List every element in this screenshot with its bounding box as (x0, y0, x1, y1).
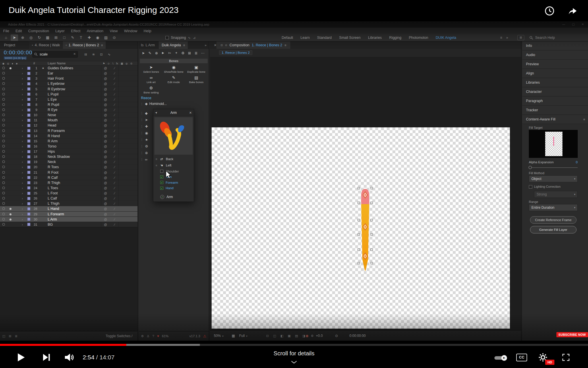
layer-row[interactable]: ›28L Hand@∕ (0, 206, 138, 211)
parent-link-icon[interactable]: ∕ (114, 112, 115, 118)
layer-row[interactable]: ›8R Pupil@∕ (0, 102, 138, 107)
layer-row[interactable]: ›30L Arm@∕ (0, 217, 138, 222)
layer-color-swatch[interactable] (27, 103, 30, 106)
layer-marker-dot[interactable] (9, 119, 11, 121)
layer-color-swatch[interactable] (27, 82, 30, 85)
layer-row[interactable]: ›6L Pupil@∕ (0, 92, 138, 97)
tab-composition[interactable]: ⊡ ⊙ Composition 1. Reece | Bones 2 ≡ (216, 41, 290, 49)
layer-marker-dot[interactable] (9, 83, 11, 85)
layer-color-swatch[interactable] (27, 93, 30, 96)
parent-pickwhip-icon[interactable]: @ (104, 159, 107, 164)
cut-icon[interactable]: ✂ (167, 51, 172, 55)
panel-header-audio[interactable]: Audio (522, 51, 588, 59)
parent-link-icon[interactable]: ∕ (114, 81, 115, 86)
layer-marker-dot[interactable] (9, 177, 11, 179)
grid-icon[interactable]: ⊞ (187, 51, 192, 55)
menu-edit[interactable]: Edit (12, 29, 25, 33)
parent-link-icon[interactable]: ∕ (114, 66, 115, 71)
layer-color-swatch[interactable] (27, 139, 30, 143)
comp-flowchart-icon[interactable]: ⊟ (84, 53, 87, 56)
reset-exposure-icon[interactable]: ◉ (305, 331, 308, 341)
layer-row[interactable]: ›21R Foot@∕ (0, 170, 138, 175)
layer-row[interactable]: ›16Torso@∕ (0, 144, 138, 149)
layer-color-swatch[interactable] (27, 202, 30, 205)
loop-item[interactable]: ⋮∞ (139, 156, 150, 163)
layer-expander-icon[interactable]: › (22, 133, 23, 139)
layer-row[interactable]: ›1★Guides Outlines@∕ (0, 66, 138, 71)
layer-expander-icon[interactable]: › (22, 118, 23, 123)
menu-animation[interactable]: Animation (84, 29, 107, 33)
layer-marker-dot[interactable] (9, 182, 11, 184)
parent-link-icon[interactable]: ∕ (114, 206, 115, 211)
checkbox-row-arm[interactable]: ✓Arm (153, 174, 194, 180)
parent-pickwhip-icon[interactable]: @ (104, 81, 107, 86)
workspace-duik-angela[interactable]: DUIK Angela (432, 36, 460, 40)
layer-visibility-icon[interactable] (2, 98, 5, 101)
parent-link-icon[interactable]: ∕ (114, 128, 115, 133)
zoom-tool-icon[interactable]: ◎ (27, 34, 35, 41)
parent-pickwhip-icon[interactable]: @ (104, 71, 107, 76)
layer-visibility-icon[interactable] (2, 93, 5, 95)
more-icon[interactable]: ⋯ (200, 51, 205, 55)
layer-color-swatch[interactable] (27, 176, 30, 179)
parent-link-icon[interactable]: ∕ (114, 118, 115, 123)
autoplay-toggle[interactable]: ▶ (494, 355, 508, 361)
layer-expander-icon[interactable]: › (22, 159, 23, 164)
layer-marker-dot[interactable] (9, 208, 11, 210)
layer-visibility-icon[interactable] (2, 207, 5, 210)
parent-pickwhip-icon[interactable]: @ (104, 144, 107, 149)
camera-tool-icon[interactable]: ▦ (44, 34, 51, 41)
parent-pickwhip-icon[interactable]: @ (104, 206, 107, 211)
layer-visibility-icon[interactable] (2, 223, 5, 226)
selection-tool-icon[interactable]: ➤ (11, 34, 18, 41)
layer-expander-icon[interactable]: › (22, 81, 23, 86)
type-tool-icon[interactable]: T (77, 34, 85, 41)
duik-zoom-level[interactable]: 61% (162, 334, 169, 338)
workspace-default[interactable]: Default (278, 36, 297, 40)
layer-visibility-icon[interactable] (2, 218, 5, 221)
snapshot-camera-icon[interactable]: ⊙ (335, 331, 338, 341)
puppet-pin-tool-icon[interactable]: ⊙ (111, 34, 118, 41)
create-reference-frame-button[interactable]: Create Reference Frame (530, 216, 577, 224)
parent-pickwhip-icon[interactable]: @ (104, 196, 107, 201)
close-tab-icon[interactable]: ✕ (210, 43, 216, 47)
layer-row[interactable]: ›27L Thigh@∕ (0, 201, 138, 206)
parent-pickwhip-icon[interactable]: @ (104, 128, 107, 133)
checkbox-arm[interactable]: ✓ (160, 175, 163, 179)
layer-color-swatch[interactable] (27, 197, 30, 200)
layer-marker-dot[interactable] (9, 88, 11, 90)
help-icon[interactable]: ? (152, 334, 154, 338)
layer-expander-icon[interactable]: › (22, 97, 23, 102)
checkbox-row-shoulder[interactable]: Shoulder (153, 168, 194, 174)
parent-pickwhip-icon[interactable]: @ (104, 102, 107, 107)
layer-marker-dot[interactable] (9, 156, 11, 158)
menu-layer[interactable]: Layer (52, 29, 68, 33)
tab-reece-walk[interactable]: ▪ 4. Reece | Walk (29, 41, 63, 49)
bones-section-header[interactable]: Bones (140, 59, 208, 63)
show-hide-bone-button[interactable]: ◉Show/hide bone (163, 64, 185, 75)
composition-viewport[interactable] (210, 57, 521, 330)
parent-pickwhip-icon[interactable]: @ (104, 149, 107, 154)
layer-row[interactable]: ›25L Foot@∕ (0, 191, 138, 196)
layer-expander-icon[interactable]: › (22, 222, 23, 227)
preview-timecode[interactable]: 0:00:00:00 (349, 331, 366, 341)
layer-color-swatch[interactable] (27, 108, 30, 112)
brush-tool-icon[interactable]: ✚ (86, 34, 93, 41)
maximize-button[interactable]: ▢ (572, 21, 575, 28)
panel-header-align[interactable]: Align (522, 69, 588, 78)
parent-link-icon[interactable]: ∕ (114, 222, 115, 227)
parent-link-icon[interactable]: ∕ (114, 87, 115, 92)
automation-item[interactable]: ⋮◉ (139, 130, 150, 136)
parent-pickwhip-icon[interactable]: @ (104, 66, 107, 71)
menu-file[interactable]: File (0, 29, 12, 33)
render-queue-icon[interactable]: ≣ (15, 334, 18, 338)
layer-color-swatch[interactable] (27, 72, 30, 75)
duplicate-bone-button[interactable]: ▣Duplicate bone (185, 64, 208, 75)
layer-marker-dot[interactable] (9, 124, 11, 126)
create-arm-button[interactable]: ✓ Arm (160, 195, 173, 199)
workspace-bar-icon[interactable]: ⊞ (517, 35, 524, 40)
parent-pickwhip-icon[interactable]: @ (104, 87, 107, 92)
transparency-grid-icon[interactable]: ▣ (288, 331, 291, 341)
layer-marker-dot[interactable] (9, 72, 11, 74)
tab-effect-controls[interactable]: ls L Arm (139, 43, 155, 47)
